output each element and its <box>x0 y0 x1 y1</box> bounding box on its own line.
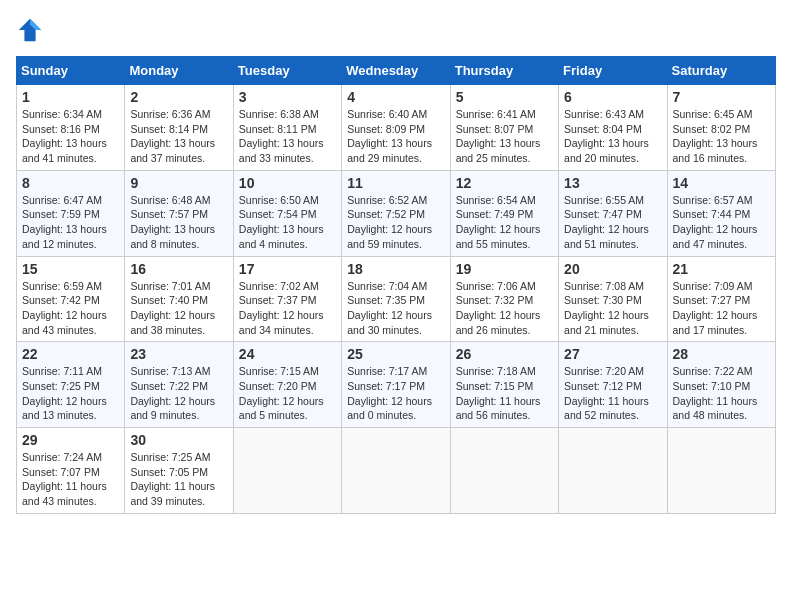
calendar-cell: 10 Sunrise: 6:50 AMSunset: 7:54 PMDaylig… <box>233 170 341 256</box>
day-info: Sunrise: 7:08 AMSunset: 7:30 PMDaylight:… <box>564 279 661 338</box>
calendar-cell: 17 Sunrise: 7:02 AMSunset: 7:37 PMDaylig… <box>233 256 341 342</box>
day-number: 10 <box>239 175 336 191</box>
calendar-cell: 26 Sunrise: 7:18 AMSunset: 7:15 PMDaylig… <box>450 342 558 428</box>
day-info: Sunrise: 6:45 AMSunset: 8:02 PMDaylight:… <box>673 107 770 166</box>
day-info: Sunrise: 7:01 AMSunset: 7:40 PMDaylight:… <box>130 279 227 338</box>
day-number: 30 <box>130 432 227 448</box>
calendar-cell: 1 Sunrise: 6:34 AMSunset: 8:16 PMDayligh… <box>17 85 125 171</box>
day-info: Sunrise: 7:24 AMSunset: 7:07 PMDaylight:… <box>22 450 119 509</box>
day-number: 8 <box>22 175 119 191</box>
day-number: 7 <box>673 89 770 105</box>
column-header-sunday: Sunday <box>17 57 125 85</box>
calendar-week-row: 1 Sunrise: 6:34 AMSunset: 8:16 PMDayligh… <box>17 85 776 171</box>
day-number: 6 <box>564 89 661 105</box>
day-number: 12 <box>456 175 553 191</box>
calendar-cell: 14 Sunrise: 6:57 AMSunset: 7:44 PMDaylig… <box>667 170 775 256</box>
calendar-cell: 5 Sunrise: 6:41 AMSunset: 8:07 PMDayligh… <box>450 85 558 171</box>
logo <box>16 16 48 44</box>
day-info: Sunrise: 6:38 AMSunset: 8:11 PMDaylight:… <box>239 107 336 166</box>
calendar-cell: 6 Sunrise: 6:43 AMSunset: 8:04 PMDayligh… <box>559 85 667 171</box>
day-info: Sunrise: 6:59 AMSunset: 7:42 PMDaylight:… <box>22 279 119 338</box>
calendar-cell: 15 Sunrise: 6:59 AMSunset: 7:42 PMDaylig… <box>17 256 125 342</box>
calendar-cell: 19 Sunrise: 7:06 AMSunset: 7:32 PMDaylig… <box>450 256 558 342</box>
day-number: 14 <box>673 175 770 191</box>
day-number: 3 <box>239 89 336 105</box>
calendar-cell: 3 Sunrise: 6:38 AMSunset: 8:11 PMDayligh… <box>233 85 341 171</box>
calendar-cell: 20 Sunrise: 7:08 AMSunset: 7:30 PMDaylig… <box>559 256 667 342</box>
calendar-cell: 16 Sunrise: 7:01 AMSunset: 7:40 PMDaylig… <box>125 256 233 342</box>
day-info: Sunrise: 6:48 AMSunset: 7:57 PMDaylight:… <box>130 193 227 252</box>
day-info: Sunrise: 7:22 AMSunset: 7:10 PMDaylight:… <box>673 364 770 423</box>
day-number: 11 <box>347 175 444 191</box>
calendar-week-row: 8 Sunrise: 6:47 AMSunset: 7:59 PMDayligh… <box>17 170 776 256</box>
day-number: 25 <box>347 346 444 362</box>
calendar-cell: 4 Sunrise: 6:40 AMSunset: 8:09 PMDayligh… <box>342 85 450 171</box>
calendar-cell <box>233 428 341 514</box>
calendar-cell <box>667 428 775 514</box>
column-header-wednesday: Wednesday <box>342 57 450 85</box>
page-header <box>16 16 776 44</box>
day-number: 9 <box>130 175 227 191</box>
day-number: 17 <box>239 261 336 277</box>
day-info: Sunrise: 7:18 AMSunset: 7:15 PMDaylight:… <box>456 364 553 423</box>
day-number: 19 <box>456 261 553 277</box>
day-info: Sunrise: 7:06 AMSunset: 7:32 PMDaylight:… <box>456 279 553 338</box>
day-info: Sunrise: 6:43 AMSunset: 8:04 PMDaylight:… <box>564 107 661 166</box>
day-number: 26 <box>456 346 553 362</box>
day-number: 20 <box>564 261 661 277</box>
calendar-cell: 11 Sunrise: 6:52 AMSunset: 7:52 PMDaylig… <box>342 170 450 256</box>
day-number: 27 <box>564 346 661 362</box>
day-info: Sunrise: 6:50 AMSunset: 7:54 PMDaylight:… <box>239 193 336 252</box>
calendar-cell: 12 Sunrise: 6:54 AMSunset: 7:49 PMDaylig… <box>450 170 558 256</box>
calendar-cell: 13 Sunrise: 6:55 AMSunset: 7:47 PMDaylig… <box>559 170 667 256</box>
day-number: 22 <box>22 346 119 362</box>
day-info: Sunrise: 7:02 AMSunset: 7:37 PMDaylight:… <box>239 279 336 338</box>
calendar-cell <box>342 428 450 514</box>
day-info: Sunrise: 6:40 AMSunset: 8:09 PMDaylight:… <box>347 107 444 166</box>
day-info: Sunrise: 7:25 AMSunset: 7:05 PMDaylight:… <box>130 450 227 509</box>
calendar-cell: 22 Sunrise: 7:11 AMSunset: 7:25 PMDaylig… <box>17 342 125 428</box>
day-info: Sunrise: 7:13 AMSunset: 7:22 PMDaylight:… <box>130 364 227 423</box>
day-info: Sunrise: 6:54 AMSunset: 7:49 PMDaylight:… <box>456 193 553 252</box>
day-number: 2 <box>130 89 227 105</box>
day-number: 15 <box>22 261 119 277</box>
calendar-cell: 21 Sunrise: 7:09 AMSunset: 7:27 PMDaylig… <box>667 256 775 342</box>
column-header-friday: Friday <box>559 57 667 85</box>
column-header-tuesday: Tuesday <box>233 57 341 85</box>
day-number: 13 <box>564 175 661 191</box>
day-number: 18 <box>347 261 444 277</box>
day-info: Sunrise: 6:52 AMSunset: 7:52 PMDaylight:… <box>347 193 444 252</box>
day-number: 29 <box>22 432 119 448</box>
day-info: Sunrise: 7:15 AMSunset: 7:20 PMDaylight:… <box>239 364 336 423</box>
calendar-cell: 27 Sunrise: 7:20 AMSunset: 7:12 PMDaylig… <box>559 342 667 428</box>
day-info: Sunrise: 6:57 AMSunset: 7:44 PMDaylight:… <box>673 193 770 252</box>
calendar-week-row: 15 Sunrise: 6:59 AMSunset: 7:42 PMDaylig… <box>17 256 776 342</box>
day-number: 24 <box>239 346 336 362</box>
day-number: 21 <box>673 261 770 277</box>
column-header-thursday: Thursday <box>450 57 558 85</box>
column-header-monday: Monday <box>125 57 233 85</box>
calendar-cell: 9 Sunrise: 6:48 AMSunset: 7:57 PMDayligh… <box>125 170 233 256</box>
calendar-cell <box>559 428 667 514</box>
day-info: Sunrise: 6:55 AMSunset: 7:47 PMDaylight:… <box>564 193 661 252</box>
calendar-cell: 8 Sunrise: 6:47 AMSunset: 7:59 PMDayligh… <box>17 170 125 256</box>
day-number: 28 <box>673 346 770 362</box>
calendar-cell: 7 Sunrise: 6:45 AMSunset: 8:02 PMDayligh… <box>667 85 775 171</box>
calendar-cell: 30 Sunrise: 7:25 AMSunset: 7:05 PMDaylig… <box>125 428 233 514</box>
day-info: Sunrise: 7:17 AMSunset: 7:17 PMDaylight:… <box>347 364 444 423</box>
day-info: Sunrise: 7:09 AMSunset: 7:27 PMDaylight:… <box>673 279 770 338</box>
day-info: Sunrise: 6:41 AMSunset: 8:07 PMDaylight:… <box>456 107 553 166</box>
calendar-cell: 25 Sunrise: 7:17 AMSunset: 7:17 PMDaylig… <box>342 342 450 428</box>
column-header-saturday: Saturday <box>667 57 775 85</box>
day-info: Sunrise: 7:04 AMSunset: 7:35 PMDaylight:… <box>347 279 444 338</box>
calendar-week-row: 22 Sunrise: 7:11 AMSunset: 7:25 PMDaylig… <box>17 342 776 428</box>
day-info: Sunrise: 6:47 AMSunset: 7:59 PMDaylight:… <box>22 193 119 252</box>
day-number: 1 <box>22 89 119 105</box>
calendar-cell: 18 Sunrise: 7:04 AMSunset: 7:35 PMDaylig… <box>342 256 450 342</box>
calendar-table: SundayMondayTuesdayWednesdayThursdayFrid… <box>16 56 776 514</box>
day-number: 4 <box>347 89 444 105</box>
day-number: 23 <box>130 346 227 362</box>
calendar-header-row: SundayMondayTuesdayWednesdayThursdayFrid… <box>17 57 776 85</box>
day-info: Sunrise: 6:34 AMSunset: 8:16 PMDaylight:… <box>22 107 119 166</box>
calendar-week-row: 29 Sunrise: 7:24 AMSunset: 7:07 PMDaylig… <box>17 428 776 514</box>
